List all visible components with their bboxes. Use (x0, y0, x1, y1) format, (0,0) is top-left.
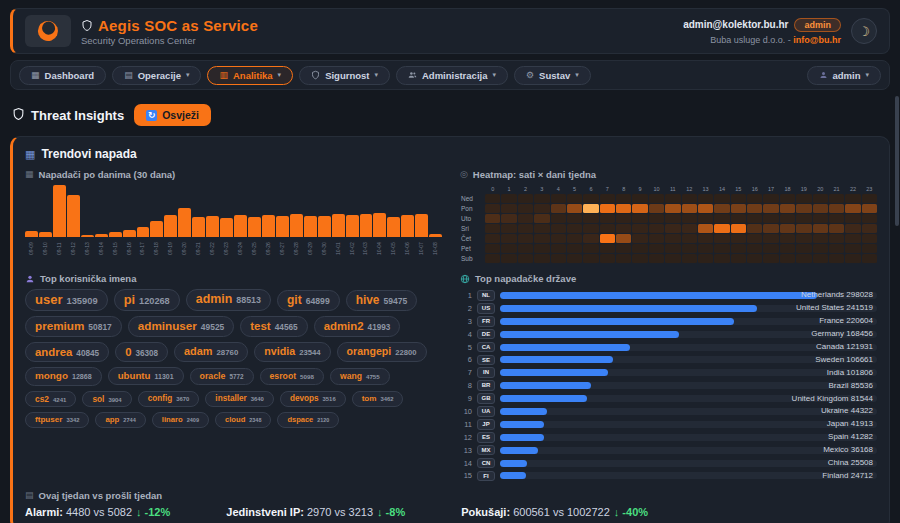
heatmap-cell (698, 204, 713, 213)
bar-label: 09-24 (234, 238, 247, 255)
nav-item-sigurnost[interactable]: Sigurnost▾ (299, 66, 390, 85)
heatmap-cell (551, 204, 566, 213)
heatmap-day-label: Pon (460, 204, 484, 213)
nav-item-analitika[interactable]: ▥Analitika▾ (207, 66, 293, 85)
bar-label: 09-12 (67, 238, 80, 255)
heatmap-cell (583, 254, 598, 263)
username-tag: premium50817 (25, 316, 122, 337)
username-tag: admin88513 (186, 289, 271, 311)
heatmap-day-label: Sub (460, 254, 484, 263)
heatmap-cell (731, 204, 746, 213)
username-tag-name: nvidia (264, 345, 295, 358)
user-menu-label: admin (833, 70, 861, 81)
scrollbar-thumb[interactable] (895, 96, 899, 226)
nav-item-sustav[interactable]: ⚙Sustav▾ (514, 66, 591, 85)
heatmap-cell (780, 214, 795, 223)
heatmap-cell (518, 194, 533, 203)
heatmap-cell (829, 194, 844, 203)
country-bar-fill (500, 421, 544, 428)
country-row: 11JPJapan 41913 (460, 418, 877, 431)
heatmap-cell (682, 214, 697, 223)
username-tag-count: 12868 (72, 373, 92, 382)
username-tag-count: 135909 (66, 296, 97, 308)
heatmap-title: Heatmap: sati × dani tjedna (473, 169, 596, 180)
heatmap-cell (567, 234, 582, 243)
username-tag: git64899 (277, 290, 340, 311)
refresh-button[interactable]: ↻ Osvježi (134, 104, 211, 126)
bar-label: 09-18 (150, 238, 163, 255)
username-tag-name: sol (92, 394, 104, 404)
heatmap-cell (485, 204, 500, 213)
app-logo (25, 15, 71, 47)
nav-item-administracija[interactable]: Administracija▾ (396, 66, 508, 85)
country-label: United Kingdom 81544 (792, 394, 873, 403)
username-tag: app2744 (95, 412, 145, 428)
country-row: 2USUnited States 241519 (460, 302, 877, 315)
heatmap-cell (665, 194, 680, 203)
theme-toggle-button[interactable]: ☽ (851, 18, 877, 44)
nav-item-dashboard[interactable]: ▦Dashboard (19, 66, 106, 85)
nav-item-operacije[interactable]: ▤Operacije▾ (112, 66, 201, 85)
bar (137, 227, 150, 237)
username-tag-name: 0 (125, 345, 131, 359)
user-menu-button[interactable]: admin ▾ (807, 66, 882, 85)
country-bar-track: Ukraine 44322 (500, 408, 877, 415)
heatmap-day-label: Sri (460, 224, 484, 233)
heatmap-cell (845, 194, 860, 203)
heatmap-cell (747, 244, 762, 253)
country-rank: 6 (460, 355, 472, 364)
bar-label-text: 09-13 (85, 238, 90, 255)
username-tag-count: 49525 (201, 322, 224, 333)
country-rank: 14 (460, 459, 472, 468)
heatmap-cell (534, 244, 549, 253)
heatmap-cell (731, 254, 746, 263)
username-tag: 036308 (115, 342, 168, 362)
heatmap-hour-label: 23 (862, 185, 877, 193)
heatmap-cell (731, 244, 746, 253)
heatmap-cell (632, 244, 647, 253)
country-bar-track: Finland 24712 (500, 472, 877, 479)
country-rank: 8 (460, 381, 472, 390)
scrollbar[interactable] (895, 0, 899, 523)
username-tag-name: config (148, 394, 173, 404)
heatmap-cell (551, 244, 566, 253)
bar-label: 09-26 (262, 238, 275, 255)
heatmap-cell (583, 244, 598, 253)
username-tag-count: 2744 (123, 417, 135, 424)
heatmap-cell (862, 204, 877, 213)
country-row: 14CNChina 25508 (460, 457, 877, 470)
heatmap-cell (698, 214, 713, 223)
org-email-link[interactable]: info@bu.hr (793, 35, 841, 45)
username-tag-count: 23544 (299, 348, 320, 358)
heatmap-cell (780, 244, 795, 253)
stat-values: 600561 vs 1002722 (513, 506, 610, 518)
chevron-down-icon: ▾ (278, 71, 282, 79)
bar-label: 09-30 (318, 238, 331, 255)
country-label: China 25508 (828, 458, 873, 467)
heatmap-cell (845, 254, 860, 263)
bar-label: 09-22 (206, 238, 219, 255)
username-tag: sol3904 (82, 391, 131, 407)
heatmap-cell (583, 194, 598, 203)
country-label: Netherlands 298028 (801, 291, 873, 300)
username-tag: andrea40845 (25, 342, 109, 362)
country-label: Japan 41913 (827, 419, 873, 428)
heatmap-cell (665, 234, 680, 243)
heatmap-cell (714, 214, 729, 223)
heatmap-cell (698, 254, 713, 263)
heatmap-cell (862, 244, 877, 253)
bar (415, 214, 428, 237)
bar-label-text: 09-18 (154, 238, 159, 255)
heatmap-cell (829, 204, 844, 213)
bar-label-text: 09-17 (140, 238, 145, 255)
stat-delta: ↓ -12% (136, 506, 170, 518)
heatmap-cell (862, 194, 877, 203)
heatmap-cell (829, 254, 844, 263)
heatmap-cell (747, 224, 762, 233)
heatmap-hour-label: 14 (714, 185, 729, 193)
heatmap-cell (829, 234, 844, 243)
heatmap-cell (862, 224, 877, 233)
panel-title: Trendovi napada (41, 147, 136, 161)
country-label: Sweden 106661 (815, 355, 873, 364)
chevron-down-icon: ▾ (865, 71, 869, 79)
